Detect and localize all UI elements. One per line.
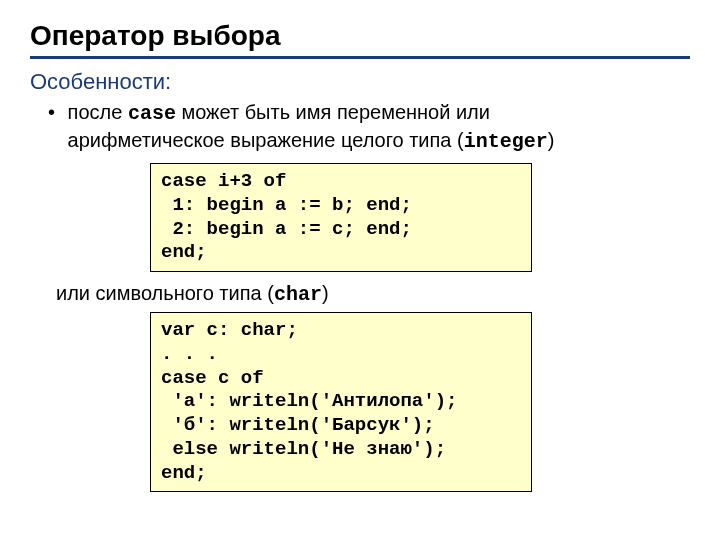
or-pre: или символьного типа ( — [56, 282, 274, 304]
keyword-integer: integer — [464, 130, 548, 153]
code-block-2: var c: char; . . . case c of 'а': writel… — [150, 312, 532, 492]
code-block-1: case i+3 of 1: begin a := b; end; 2: beg… — [150, 163, 532, 272]
page-title: Оператор выбора — [30, 20, 690, 59]
or-post: ) — [322, 282, 329, 304]
bullet-text-1: после case может быть имя переменной или… — [68, 99, 648, 155]
or-line: или символьного типа (char) — [56, 282, 690, 306]
features-heading: Особенности: — [30, 69, 690, 95]
keyword-char: char — [274, 283, 322, 306]
bullet1-pre: после — [68, 101, 128, 123]
bullet-dot-icon: • — [48, 99, 62, 126]
bullet-item-1: • после case может быть имя переменной и… — [48, 99, 690, 155]
bullet1-post: ) — [548, 129, 555, 151]
keyword-case: case — [128, 102, 176, 125]
